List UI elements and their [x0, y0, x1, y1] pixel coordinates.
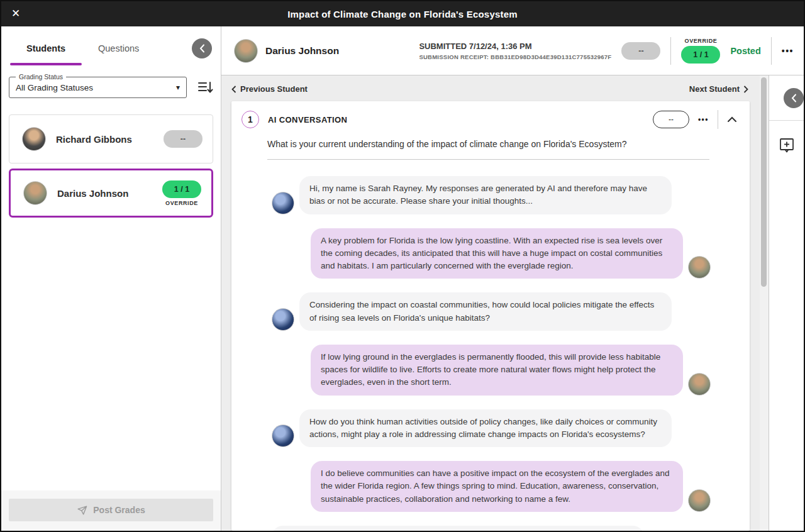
- ai-conversation-transcript: Hi, my name is Sarah Rayney. My response…: [231, 160, 750, 531]
- post-grades-button[interactable]: Post Grades: [9, 499, 213, 521]
- top-bar: ✕ Impact of Climate Change on Florida's …: [1, 1, 804, 26]
- student-message-bubble: If low lying ground in the everglades is…: [311, 345, 683, 396]
- attempt-grade-pill[interactable]: --: [621, 42, 660, 60]
- override-label: OVERRIDE: [165, 200, 198, 206]
- sidebar-collapse-button[interactable]: [192, 38, 212, 58]
- question-more-options-icon[interactable]: •••: [698, 115, 709, 124]
- vertical-scrollbar[interactable]: [760, 75, 769, 531]
- ai-message-bubble: How do you think human activities outsid…: [299, 409, 672, 448]
- submitted-timestamp: SUBMITTED 7/12/24, 1:36 PM: [419, 42, 611, 51]
- right-rail: [769, 75, 804, 531]
- tab-students[interactable]: Students: [10, 31, 82, 65]
- send-icon: [77, 505, 87, 516]
- app-window: ✕ Impact of Climate Change on Florida's …: [0, 0, 805, 532]
- divider: [718, 110, 718, 129]
- divider: [771, 37, 772, 65]
- previous-student-button[interactable]: Previous Student: [231, 84, 308, 94]
- submission-header: Darius Johnson SUBMITTED 7/12/24, 1:36 P…: [221, 26, 804, 75]
- chevron-up-icon: [727, 116, 737, 123]
- ai-avatar: [272, 308, 294, 331]
- submission-info: SUBMITTED 7/12/24, 1:36 PM SUBMISSION RE…: [419, 42, 611, 60]
- rail-collapse-button[interactable]: [784, 88, 804, 108]
- submission-receipt: SUBMISSION RECEIPT: BBB31ED98D3D44E39D13…: [419, 53, 611, 60]
- sort-button[interactable]: [197, 80, 213, 95]
- message-row: If low lying ground in the everglades is…: [272, 345, 711, 396]
- question-type-label: AI CONVERSATION: [268, 115, 347, 125]
- student-message-bubble: I do believe communities can have a posi…: [311, 461, 683, 512]
- override-grade-pill[interactable]: 1 / 1: [681, 46, 720, 64]
- message-row: How do you think human activities outsid…: [272, 409, 711, 448]
- collapse-question-button[interactable]: [727, 116, 737, 123]
- message-row: Hi, my name is Sarah Rayney. My response…: [272, 176, 711, 214]
- question-card: 1 AI CONVERSATION -- ••• Wha: [231, 101, 750, 531]
- chevron-left-icon: [199, 44, 205, 53]
- sort-icon: [197, 80, 213, 95]
- ai-avatar: [272, 424, 294, 447]
- main-panel: Darius Johnson SUBMITTED 7/12/24, 1:36 P…: [221, 26, 804, 531]
- students-sidebar: Students Questions Grading Status All Gr…: [1, 26, 221, 531]
- chevron-left-icon: [231, 86, 236, 93]
- close-icon[interactable]: ✕: [8, 6, 24, 22]
- avatar: [23, 181, 47, 205]
- grading-status-select[interactable]: Grading Status All Grading Statuses ▾: [9, 77, 187, 98]
- question-grade-pill[interactable]: --: [653, 111, 689, 128]
- ai-message-bubble: [272, 526, 644, 531]
- body: Students Questions Grading Status All Gr…: [1, 26, 804, 531]
- scrollbar-thumb[interactable]: [761, 77, 767, 287]
- student-message-bubble: A key problem for Florida is the low lyi…: [311, 228, 683, 279]
- message-row: A key problem for Florida is the low lyi…: [272, 228, 711, 279]
- next-student-button[interactable]: Next Student: [689, 84, 748, 94]
- add-feedback-button[interactable]: [779, 137, 795, 155]
- question-prompt: What is your current understanding of th…: [267, 139, 735, 149]
- sidebar-tabs: Students Questions: [1, 26, 221, 70]
- page-title: Impact of Climate Change on Florida's Ec…: [1, 9, 804, 19]
- avatar: [22, 127, 46, 151]
- chevron-left-icon: [791, 94, 797, 103]
- ai-avatar: [272, 192, 294, 214]
- student-row-darius-johnson[interactable]: Darius Johnson 1 / 1 OVERRIDE: [9, 169, 213, 218]
- chevron-right-icon: [743, 86, 748, 93]
- ai-message-bubble: Considering the impact on coastal commun…: [299, 292, 672, 331]
- grade-pill: --: [164, 130, 203, 148]
- add-annotation-icon: [779, 137, 795, 153]
- header-more-options-icon[interactable]: •••: [782, 46, 794, 56]
- question-number: 1: [242, 111, 259, 128]
- message-row: Considering the impact on coastal commun…: [272, 292, 711, 331]
- message-row: I do believe communities can have a posi…: [272, 461, 711, 512]
- grading-status-value: All Grading Statuses: [16, 83, 93, 92]
- student-list: Richard Gibbons -- Darius Johnson 1 / 1 …: [1, 107, 221, 490]
- post-grades-label: Post Grades: [93, 505, 145, 515]
- avatar: [234, 39, 258, 63]
- chevron-down-icon: ▾: [176, 83, 180, 92]
- student-row-richard-gibbons[interactable]: Richard Gibbons --: [9, 114, 213, 163]
- student-name: Richard Gibbons: [56, 134, 132, 145]
- sidebar-footer: Post Grades: [1, 490, 221, 531]
- question-card-header: 1 AI CONVERSATION -- •••: [231, 101, 750, 129]
- student-avatar: [688, 256, 711, 279]
- student-avatar: [688, 489, 711, 512]
- posted-status: Posted: [730, 46, 760, 56]
- override-label: OVERRIDE: [685, 38, 718, 44]
- sidebar-controls: Grading Status All Grading Statuses ▾: [1, 70, 221, 107]
- student-name-heading: Darius Johnson: [265, 45, 339, 57]
- attempt-content: Previous Student Next Student 1 AI CONVE…: [221, 75, 760, 531]
- ai-message-bubble: Hi, my name is Sarah Rayney. My response…: [299, 176, 672, 214]
- student-navigation: Previous Student Next Student: [221, 75, 760, 101]
- grading-status-label: Grading Status: [16, 73, 66, 80]
- student-name: Darius Johnson: [57, 188, 128, 199]
- divider: [670, 37, 671, 65]
- student-avatar: [688, 373, 711, 396]
- message-row: [272, 526, 711, 531]
- tab-questions[interactable]: Questions: [82, 31, 155, 65]
- grade-pill: 1 / 1: [162, 180, 201, 198]
